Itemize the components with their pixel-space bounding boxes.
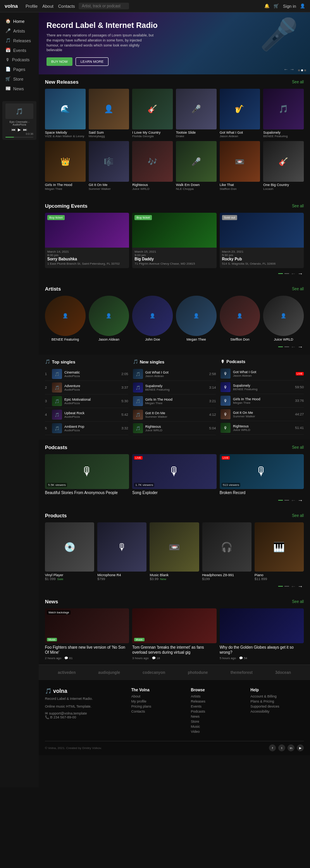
sidebar-item-releases[interactable]: 🎵 Releases <box>0 36 39 45</box>
podcast-item-1[interactable]: 🎙 LIVE 1.7K viewers Song Exploder <box>132 454 216 495</box>
releases-see-all[interactable]: See all <box>292 80 304 84</box>
footer-help-devices[interactable]: Supported devices <box>250 704 304 708</box>
new-single-row-1[interactable]: 🎵 Supalonely BENEE Featuring 3:14 <box>133 381 216 394</box>
top-single-row-4[interactable]: 5 🎵 Ambient Pop AudioPizza 3:32 <box>45 422 128 435</box>
news-item-2[interactable]: Why do the Golden Globes always get it s… <box>220 608 304 660</box>
podcasts-see-all[interactable]: See all <box>292 445 304 450</box>
new-single-row-0[interactable]: 🎵 Got What I Got Jason Aldean 2:58 <box>133 367 216 381</box>
release-item-3[interactable]: 🎤 Tootsie Slide Drake <box>176 89 217 138</box>
podcast-list-row-0[interactable]: 🎙 Got What I Got Jason Aldean LIVE <box>220 367 304 381</box>
podcast-list-row-3[interactable]: 🎙 Got It On Me Summer Walker 44:27 <box>220 408 304 421</box>
product-item-3[interactable]: 🎧 Headphones Z8-991 $199 <box>202 522 251 581</box>
artists-prev-arrow[interactable]: ← <box>291 344 296 350</box>
nav-profile[interactable]: Profile <box>26 4 38 9</box>
prev-icon[interactable]: ⏮ <box>12 127 16 132</box>
products-prev-arrow[interactable]: ← <box>291 583 296 589</box>
podcast-item-0[interactable]: 🎙 5.5K viewers Beautiful Stories From An… <box>45 454 129 495</box>
artist-item-1[interactable]: 👤 Jason Aldean <box>89 296 129 342</box>
new-single-row-2[interactable]: 🎵 Girls In The Hood Megan Thee 3:21 <box>133 394 216 408</box>
release-item-2[interactable]: 🎸 I Love My Country Florida Georgia <box>132 89 173 138</box>
podcast-list-row-1[interactable]: 🎙 Supalonely BENEE Featuring 59:50 <box>220 381 304 394</box>
new-single-row-3[interactable]: 🎵 Got It On Me Summer Walker 4:12 <box>133 408 216 422</box>
sidebar-item-podcasts[interactable]: 🎙 Podcasts <box>0 55 39 64</box>
play-icon[interactable]: ▶ <box>18 127 21 132</box>
buy-now-button[interactable]: BUY NOW <box>46 57 72 66</box>
footer-browse-artists[interactable]: Artists <box>191 694 244 698</box>
sidebar-item-store[interactable]: 🛒 Store <box>0 74 39 84</box>
release-item-8[interactable]: 🎶 Righteous Juice WRLD <box>132 141 173 190</box>
social-twitter[interactable]: t <box>278 744 285 751</box>
nav-logo[interactable]: volna <box>5 3 18 9</box>
podcast-list-row-2[interactable]: 🎙 Girls In The Hood Megan Thee 33:76 <box>220 394 304 408</box>
event-badge-1[interactable]: Buy ticket <box>134 215 152 220</box>
hero-dot-1[interactable] <box>298 69 300 71</box>
podcast-list-row-4[interactable]: 🎙 Righteous Juice WRLD 51:41 <box>220 421 304 435</box>
social-facebook[interactable]: f <box>269 744 276 751</box>
sidebar-item-news[interactable]: 📰 News <box>0 84 39 93</box>
event-item-0[interactable]: Buy ticket March 14, 2021 8:00 pm Sorry … <box>45 213 129 268</box>
social-instagram[interactable]: in <box>288 744 294 751</box>
sidebar-item-home[interactable]: 🏠 Home <box>0 16 39 26</box>
nav-contacts[interactable]: Contacts <box>58 4 75 9</box>
hero-dot-2[interactable] <box>301 69 303 71</box>
release-item-4[interactable]: 🎷 Got What I Got Jason Aldean <box>220 89 260 138</box>
artist-item-4[interactable]: 👤 Stefflon Don <box>220 296 260 342</box>
footer-browse-store[interactable]: Store <box>191 720 244 723</box>
artist-item-0[interactable]: 👤 BENEE Featuring <box>45 296 86 342</box>
footer-browse-music[interactable]: Music <box>191 725 244 728</box>
hero-next-arrow[interactable]: → <box>290 67 294 72</box>
events-next-arrow[interactable]: → <box>298 270 303 277</box>
notification-icon[interactable]: 🔔 <box>264 3 270 9</box>
release-item-7[interactable]: 🎼 Git It On Me Summer Walker <box>89 141 129 190</box>
footer-browse-news[interactable]: News <box>191 715 244 718</box>
sidebar-item-pages[interactable]: 📄 Pages <box>0 64 39 74</box>
search-input[interactable] <box>79 3 129 9</box>
artist-item-3[interactable]: 👤 Megan Thee <box>176 296 217 342</box>
sidebar-item-artists[interactable]: 🎤 Artists <box>0 26 39 36</box>
release-item-10[interactable]: 📼 Like That Stafflon Don <box>220 141 260 190</box>
artist-item-2[interactable]: 👤 John Doe <box>132 296 173 342</box>
bell-icon[interactable]: 🛒 <box>274 3 279 9</box>
artist-item-5[interactable]: 👤 Juice WRLD <box>263 296 304 342</box>
hero-prev-arrow[interactable]: ← <box>284 67 288 72</box>
next-icon[interactable]: ⏭ <box>23 127 27 132</box>
sign-in-link[interactable]: Sign in <box>283 4 296 9</box>
product-item-1[interactable]: 🎙 Microphone R4 $799 <box>97 522 146 581</box>
product-item-0[interactable]: 💿 Vinyl Player $1 099 Sale <box>45 522 94 581</box>
products-next-arrow[interactable]: → <box>298 583 303 589</box>
release-item-5[interactable]: 🎵 Supalonely BENEE Featuring <box>263 89 304 138</box>
social-youtube[interactable]: ▶ <box>297 744 304 751</box>
new-single-row-4[interactable]: 🎵 Righteous Juice WRLD 5:04 <box>133 422 216 435</box>
footer-browse-events[interactable]: Events <box>191 704 244 708</box>
footer-help-account[interactable]: Account & Billing <box>250 694 304 698</box>
podcast-item-2[interactable]: 🎙 LIVE 513 viewers Broken Record <box>220 454 304 495</box>
events-prev-arrow[interactable]: ← <box>291 270 296 277</box>
news-see-all[interactable]: See all <box>292 599 304 604</box>
footer-link-my-profile[interactable]: My profile <box>131 699 185 703</box>
news-item-0[interactable]: Watch backstage Music Foo Fighters share… <box>45 608 129 660</box>
footer-link-about[interactable]: About <box>131 694 185 698</box>
footer-browse-video[interactable]: Video <box>191 730 244 734</box>
events-see-all[interactable]: See all <box>292 204 304 208</box>
footer-browse-releases[interactable]: Releases <box>191 699 244 703</box>
footer-link-pricing[interactable]: Pricing plans <box>131 704 185 708</box>
product-item-4[interactable]: 🎹 Piano $11 899 <box>255 522 304 581</box>
event-item-2[interactable]: Sold out March 23, 2021 5:30 pm Rocky Pu… <box>220 213 304 268</box>
event-item-1[interactable]: Buy ticket March 15, 2021 9:00 pm Big Da… <box>132 213 216 268</box>
artists-see-all[interactable]: See all <box>292 287 304 291</box>
user-icon[interactable]: 👤 <box>300 3 305 9</box>
top-single-row-0[interactable]: 1 🎵 Cinematic AudioPizza 2:05 <box>45 367 128 381</box>
footer-browse-podcasts[interactable]: Podcasts <box>191 710 244 713</box>
release-item-0[interactable]: 🌊 Space Melody VIZE & Alan Walker & Leon… <box>45 89 86 138</box>
release-item-6[interactable]: 👑 Girls In The Hood Megan Thee <box>45 141 86 190</box>
top-single-row-3[interactable]: 4 🎵 Upbeat Rock AudioPizza 5:42 <box>45 408 128 422</box>
top-single-row-2[interactable]: 3 🎵 Epic Motivational AudioPizza 5:30 <box>45 394 128 408</box>
footer-link-contacts[interactable]: Contacts <box>131 710 185 713</box>
event-badge-0[interactable]: Buy ticket <box>47 215 65 220</box>
hero-dot-3[interactable] <box>304 69 306 71</box>
release-item-1[interactable]: 👤 Said Sum Moneybagg <box>89 89 129 138</box>
footer-help-accessibility[interactable]: Accessibility <box>250 710 304 713</box>
artists-next-arrow[interactable]: → <box>298 344 303 350</box>
learn-more-button[interactable]: LEARN MORE <box>76 57 109 66</box>
products-see-all[interactable]: See all <box>292 513 304 518</box>
